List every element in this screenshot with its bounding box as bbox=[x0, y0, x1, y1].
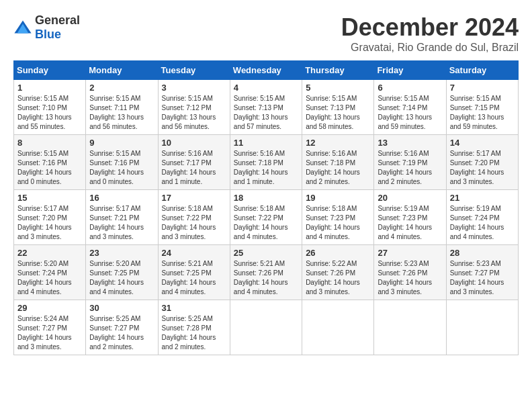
weekday-header-wednesday: Wednesday bbox=[230, 61, 302, 80]
calendar-cell: 31Sunrise: 5:25 AMSunset: 7:28 PMDayligh… bbox=[158, 300, 230, 355]
calendar-cell: 15Sunrise: 5:17 AMSunset: 7:20 PMDayligh… bbox=[14, 190, 86, 245]
day-info: Sunrise: 5:20 AMSunset: 7:25 PMDaylight:… bbox=[89, 259, 154, 297]
day-number: 9 bbox=[89, 138, 154, 148]
calendar-cell bbox=[302, 300, 374, 355]
calendar-cell bbox=[374, 300, 446, 355]
calendar-week-4: 22Sunrise: 5:20 AMSunset: 7:24 PMDayligh… bbox=[14, 245, 519, 300]
calendar-cell: 28Sunrise: 5:23 AMSunset: 7:27 PMDayligh… bbox=[446, 245, 518, 300]
day-info: Sunrise: 5:25 AMSunset: 7:28 PMDaylight:… bbox=[162, 314, 226, 352]
calendar-cell: 23Sunrise: 5:20 AMSunset: 7:25 PMDayligh… bbox=[86, 245, 158, 300]
day-info: Sunrise: 5:24 AMSunset: 7:27 PMDaylight:… bbox=[17, 314, 82, 352]
day-info: Sunrise: 5:20 AMSunset: 7:24 PMDaylight:… bbox=[17, 259, 82, 297]
day-number: 29 bbox=[17, 303, 82, 313]
day-number: 14 bbox=[450, 138, 515, 148]
logo-icon bbox=[13, 18, 32, 37]
calendar-cell: 22Sunrise: 5:20 AMSunset: 7:24 PMDayligh… bbox=[14, 245, 86, 300]
calendar-cell: 26Sunrise: 5:22 AMSunset: 7:26 PMDayligh… bbox=[302, 245, 374, 300]
calendar-cell: 20Sunrise: 5:19 AMSunset: 7:23 PMDayligh… bbox=[374, 190, 446, 245]
calendar-cell bbox=[446, 300, 518, 355]
day-number: 25 bbox=[234, 248, 298, 258]
header: General Blue December 2024 Gravatai, Rio… bbox=[13, 13, 519, 54]
weekday-header-tuesday: Tuesday bbox=[158, 61, 230, 80]
calendar-cell: 16Sunrise: 5:17 AMSunset: 7:21 PMDayligh… bbox=[86, 190, 158, 245]
calendar-cell: 29Sunrise: 5:24 AMSunset: 7:27 PMDayligh… bbox=[14, 300, 86, 355]
calendar-cell: 18Sunrise: 5:18 AMSunset: 7:22 PMDayligh… bbox=[230, 190, 302, 245]
day-info: Sunrise: 5:15 AMSunset: 7:16 PMDaylight:… bbox=[89, 149, 154, 187]
day-number: 17 bbox=[162, 193, 226, 203]
month-title: December 2024 bbox=[341, 13, 519, 42]
day-number: 6 bbox=[378, 83, 442, 93]
calendar-cell: 17Sunrise: 5:18 AMSunset: 7:22 PMDayligh… bbox=[158, 190, 230, 245]
title-area: December 2024 Gravatai, Rio Grande do Su… bbox=[341, 13, 519, 54]
day-number: 12 bbox=[306, 138, 370, 148]
day-number: 19 bbox=[306, 193, 370, 203]
calendar-cell: 3Sunrise: 5:15 AMSunset: 7:12 PMDaylight… bbox=[158, 80, 230, 135]
weekday-header-monday: Monday bbox=[86, 61, 158, 80]
day-number: 21 bbox=[450, 193, 515, 203]
logo: General Blue bbox=[13, 13, 80, 42]
location-title: Gravatai, Rio Grande do Sul, Brazil bbox=[341, 42, 519, 54]
calendar-cell: 21Sunrise: 5:19 AMSunset: 7:24 PMDayligh… bbox=[446, 190, 518, 245]
day-info: Sunrise: 5:18 AMSunset: 7:22 PMDaylight:… bbox=[234, 204, 298, 242]
day-number: 7 bbox=[450, 83, 515, 93]
day-number: 16 bbox=[89, 193, 154, 203]
calendar-week-5: 29Sunrise: 5:24 AMSunset: 7:27 PMDayligh… bbox=[14, 300, 519, 355]
day-number: 1 bbox=[17, 83, 82, 93]
day-info: Sunrise: 5:15 AMSunset: 7:16 PMDaylight:… bbox=[17, 149, 82, 187]
day-number: 27 bbox=[378, 248, 442, 258]
day-info: Sunrise: 5:21 AMSunset: 7:26 PMDaylight:… bbox=[234, 259, 298, 297]
weekday-header-sunday: Sunday bbox=[14, 61, 86, 80]
day-info: Sunrise: 5:16 AMSunset: 7:18 PMDaylight:… bbox=[234, 149, 298, 187]
calendar-table: SundayMondayTuesdayWednesdayThursdayFrid… bbox=[13, 60, 519, 355]
day-info: Sunrise: 5:23 AMSunset: 7:27 PMDaylight:… bbox=[450, 259, 515, 297]
day-number: 10 bbox=[162, 138, 226, 148]
day-info: Sunrise: 5:19 AMSunset: 7:24 PMDaylight:… bbox=[450, 204, 515, 242]
calendar-cell: 6Sunrise: 5:15 AMSunset: 7:14 PMDaylight… bbox=[374, 80, 446, 135]
day-info: Sunrise: 5:15 AMSunset: 7:13 PMDaylight:… bbox=[306, 94, 370, 132]
calendar-cell: 25Sunrise: 5:21 AMSunset: 7:26 PMDayligh… bbox=[230, 245, 302, 300]
calendar-cell: 24Sunrise: 5:21 AMSunset: 7:25 PMDayligh… bbox=[158, 245, 230, 300]
day-number: 3 bbox=[162, 83, 226, 93]
day-number: 8 bbox=[17, 138, 82, 148]
day-info: Sunrise: 5:17 AMSunset: 7:21 PMDaylight:… bbox=[89, 204, 154, 242]
weekday-header-thursday: Thursday bbox=[302, 61, 374, 80]
calendar-cell bbox=[230, 300, 302, 355]
day-info: Sunrise: 5:16 AMSunset: 7:17 PMDaylight:… bbox=[162, 149, 226, 187]
calendar-cell: 11Sunrise: 5:16 AMSunset: 7:18 PMDayligh… bbox=[230, 135, 302, 190]
calendar-cell: 12Sunrise: 5:16 AMSunset: 7:18 PMDayligh… bbox=[302, 135, 374, 190]
day-info: Sunrise: 5:18 AMSunset: 7:22 PMDaylight:… bbox=[162, 204, 226, 242]
day-info: Sunrise: 5:19 AMSunset: 7:23 PMDaylight:… bbox=[378, 204, 442, 242]
day-info: Sunrise: 5:25 AMSunset: 7:27 PMDaylight:… bbox=[89, 314, 154, 352]
day-number: 13 bbox=[378, 138, 442, 148]
calendar-cell: 7Sunrise: 5:15 AMSunset: 7:15 PMDaylight… bbox=[446, 80, 518, 135]
day-number: 18 bbox=[234, 193, 298, 203]
day-number: 5 bbox=[306, 83, 370, 93]
day-number: 11 bbox=[234, 138, 298, 148]
calendar-cell: 5Sunrise: 5:15 AMSunset: 7:13 PMDaylight… bbox=[302, 80, 374, 135]
logo-text: General Blue bbox=[35, 13, 80, 42]
day-info: Sunrise: 5:15 AMSunset: 7:13 PMDaylight:… bbox=[234, 94, 298, 132]
day-info: Sunrise: 5:15 AMSunset: 7:11 PMDaylight:… bbox=[89, 94, 154, 132]
calendar-week-2: 8Sunrise: 5:15 AMSunset: 7:16 PMDaylight… bbox=[14, 135, 519, 190]
day-number: 4 bbox=[234, 83, 298, 93]
day-number: 28 bbox=[450, 248, 515, 258]
day-info: Sunrise: 5:15 AMSunset: 7:10 PMDaylight:… bbox=[17, 94, 82, 132]
calendar-cell: 30Sunrise: 5:25 AMSunset: 7:27 PMDayligh… bbox=[86, 300, 158, 355]
day-info: Sunrise: 5:15 AMSunset: 7:14 PMDaylight:… bbox=[378, 94, 442, 132]
day-number: 20 bbox=[378, 193, 442, 203]
day-info: Sunrise: 5:15 AMSunset: 7:15 PMDaylight:… bbox=[450, 94, 515, 132]
calendar-body: 1Sunrise: 5:15 AMSunset: 7:10 PMDaylight… bbox=[14, 80, 519, 355]
calendar-week-1: 1Sunrise: 5:15 AMSunset: 7:10 PMDaylight… bbox=[14, 80, 519, 135]
weekday-header-friday: Friday bbox=[374, 61, 446, 80]
day-info: Sunrise: 5:21 AMSunset: 7:25 PMDaylight:… bbox=[162, 259, 226, 297]
day-number: 30 bbox=[89, 303, 154, 313]
calendar-cell: 8Sunrise: 5:15 AMSunset: 7:16 PMDaylight… bbox=[14, 135, 86, 190]
day-info: Sunrise: 5:17 AMSunset: 7:20 PMDaylight:… bbox=[17, 204, 82, 242]
calendar-cell: 9Sunrise: 5:15 AMSunset: 7:16 PMDaylight… bbox=[86, 135, 158, 190]
day-number: 23 bbox=[89, 248, 154, 258]
calendar-week-3: 15Sunrise: 5:17 AMSunset: 7:20 PMDayligh… bbox=[14, 190, 519, 245]
day-info: Sunrise: 5:16 AMSunset: 7:19 PMDaylight:… bbox=[378, 149, 442, 187]
calendar-cell: 2Sunrise: 5:15 AMSunset: 7:11 PMDaylight… bbox=[86, 80, 158, 135]
calendar-cell: 10Sunrise: 5:16 AMSunset: 7:17 PMDayligh… bbox=[158, 135, 230, 190]
day-info: Sunrise: 5:18 AMSunset: 7:23 PMDaylight:… bbox=[306, 204, 370, 242]
